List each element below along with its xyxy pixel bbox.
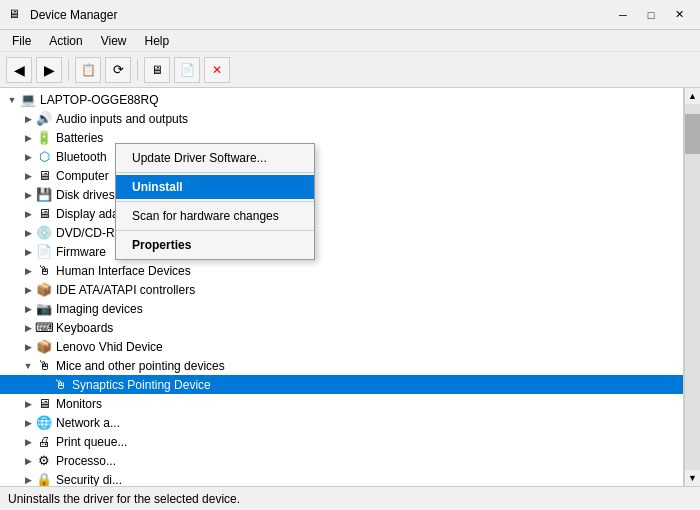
minimize-button[interactable]: ─ <box>610 5 636 25</box>
toolbar-separator-2 <box>137 59 138 81</box>
print-icon: 🖨 <box>36 434 52 450</box>
scroll-up-arrow[interactable]: ▲ <box>685 88 700 104</box>
tree-label: Network a... <box>56 416 120 430</box>
context-menu: Update Driver Software... Uninstall Scan… <box>115 143 315 260</box>
tree-label: Keyboards <box>56 321 113 335</box>
tree-label: IDE ATA/ATAPI controllers <box>56 283 195 297</box>
tree-item-network[interactable]: ▶ 🌐 Network a... <box>0 413 683 432</box>
hid-icon: 🖱 <box>36 263 52 279</box>
tree-item-disk[interactable]: ▶ 💾 Disk drives <box>0 185 683 204</box>
expand-icon: ▶ <box>20 111 36 127</box>
battery-icon: 🔋 <box>36 130 52 146</box>
keyboard-icon: ⌨ <box>36 320 52 336</box>
tree-label: Print queue... <box>56 435 127 449</box>
expand-icon: ▶ <box>20 396 36 412</box>
menu-action[interactable]: Action <box>41 32 90 50</box>
expand-icon: ▶ <box>20 282 36 298</box>
tree-item-print[interactable]: ▶ 🖨 Print queue... <box>0 432 683 451</box>
title-bar: 🖥 Device Manager ─ □ ✕ <box>0 0 700 30</box>
tree-item-display[interactable]: ▶ 🖥 Display adapters <box>0 204 683 223</box>
expand-icon: ▶ <box>20 187 36 203</box>
expand-icon: ▶ <box>20 339 36 355</box>
tree-item-bluetooth[interactable]: ▶ ⬡ Bluetooth <box>0 147 683 166</box>
properties-button[interactable]: 📋 <box>75 57 101 83</box>
tree-item-security[interactable]: ▶ 🔒 Security di... <box>0 470 683 486</box>
bluetooth-icon: ⬡ <box>36 149 52 165</box>
tree-label: Bluetooth <box>56 150 107 164</box>
tree-label: Synaptics Pointing Device <box>72 378 211 392</box>
tree-item-keyboards[interactable]: ▶ ⌨ Keyboards <box>0 318 683 337</box>
tree-item-hid[interactable]: ▶ 🖱 Human Interface Devices <box>0 261 683 280</box>
tree-item-processors[interactable]: ▶ ⚙ Processo... <box>0 451 683 470</box>
tree-item-synaptics[interactable]: 🖱 Synaptics Pointing Device <box>0 375 683 394</box>
tree-item-monitors[interactable]: ▶ 🖥 Monitors <box>0 394 683 413</box>
expand-icon: ▼ <box>20 358 36 374</box>
add-driver-button[interactable]: 📄 <box>174 57 200 83</box>
ctx-separator-3 <box>116 230 314 231</box>
forward-button[interactable]: ▶ <box>36 57 62 83</box>
disk-icon: 💾 <box>36 187 52 203</box>
tree-item-ide[interactable]: ▶ 📦 IDE ATA/ATAPI controllers <box>0 280 683 299</box>
ctx-properties[interactable]: Properties <box>116 233 314 257</box>
tree-panel[interactable]: ▼ 💻 LAPTOP-OGGE88RQ ▶ 🔊 Audio inputs and… <box>0 88 684 486</box>
ctx-scan[interactable]: Scan for hardware changes <box>116 204 314 228</box>
menu-file[interactable]: File <box>4 32 39 50</box>
lenovo-icon: 📦 <box>36 339 52 355</box>
scroll-down-arrow[interactable]: ▼ <box>685 470 700 486</box>
toolbar: ◀ ▶ 📋 ⟳ 🖥 📄 ✕ <box>0 52 700 88</box>
window-controls: ─ □ ✕ <box>610 5 692 25</box>
expand-icon: ▶ <box>20 453 36 469</box>
tree-label: Imaging devices <box>56 302 143 316</box>
ctx-uninstall[interactable]: Uninstall <box>116 175 314 199</box>
remove-button[interactable]: ✕ <box>204 57 230 83</box>
expand-icon: ▶ <box>20 225 36 241</box>
tree-label: Computer <box>56 169 109 183</box>
menu-bar: File Action View Help <box>0 30 700 52</box>
expand-icon: ▶ <box>20 244 36 260</box>
vertical-scrollbar[interactable]: ▲ ▼ <box>684 88 700 486</box>
expand-icon <box>36 377 52 393</box>
tree-label: Disk drives <box>56 188 115 202</box>
maximize-button[interactable]: □ <box>638 5 664 25</box>
laptop-icon: 💻 <box>20 92 36 108</box>
expand-icon: ▶ <box>20 206 36 222</box>
scroll-track[interactable] <box>685 104 700 470</box>
expand-icon: ▶ <box>20 130 36 146</box>
refresh-button[interactable]: ⟳ <box>105 57 131 83</box>
tree-item-batteries[interactable]: ▶ 🔋 Batteries <box>0 128 683 147</box>
ide-icon: 📦 <box>36 282 52 298</box>
expand-icon: ▶ <box>20 434 36 450</box>
network-icon: 🌐 <box>36 415 52 431</box>
toolbar-separator-1 <box>68 59 69 81</box>
scroll-thumb[interactable] <box>685 114 700 154</box>
menu-view[interactable]: View <box>93 32 135 50</box>
tree-item-audio[interactable]: ▶ 🔊 Audio inputs and outputs <box>0 109 683 128</box>
processor-icon: ⚙ <box>36 453 52 469</box>
audio-icon: 🔊 <box>36 111 52 127</box>
window-title: Device Manager <box>30 8 117 22</box>
expand-icon: ▶ <box>20 472 36 487</box>
tree-item-imaging[interactable]: ▶ 📷 Imaging devices <box>0 299 683 318</box>
ctx-separator-1 <box>116 172 314 173</box>
back-button[interactable]: ◀ <box>6 57 32 83</box>
tree-label: Human Interface Devices <box>56 264 191 278</box>
menu-help[interactable]: Help <box>137 32 178 50</box>
app-icon: 🖥 <box>8 7 24 23</box>
mice-icon: 🖱 <box>36 358 52 374</box>
expand-icon: ▶ <box>20 415 36 431</box>
expand-icon: ▶ <box>20 168 36 184</box>
tree-label: Processo... <box>56 454 116 468</box>
tree-item-mice[interactable]: ▼ 🖱 Mice and other pointing devices <box>0 356 683 375</box>
close-button[interactable]: ✕ <box>666 5 692 25</box>
status-bar: Uninstalls the driver for the selected d… <box>0 486 700 510</box>
status-text: Uninstalls the driver for the selected d… <box>8 492 240 506</box>
tree-label: LAPTOP-OGGE88RQ <box>40 93 158 107</box>
expand-icon: ▶ <box>20 149 36 165</box>
monitor-button[interactable]: 🖥 <box>144 57 170 83</box>
tree-item-dvd[interactable]: ▶ 💿 DVD/CD-ROM drives <box>0 223 683 242</box>
tree-item-laptop[interactable]: ▼ 💻 LAPTOP-OGGE88RQ <box>0 90 683 109</box>
tree-item-computer[interactable]: ▶ 🖥 Computer <box>0 166 683 185</box>
tree-item-lenovo[interactable]: ▶ 📦 Lenovo Vhid Device <box>0 337 683 356</box>
ctx-update-driver[interactable]: Update Driver Software... <box>116 146 314 170</box>
tree-item-firmware[interactable]: ▶ 📄 Firmware <box>0 242 683 261</box>
